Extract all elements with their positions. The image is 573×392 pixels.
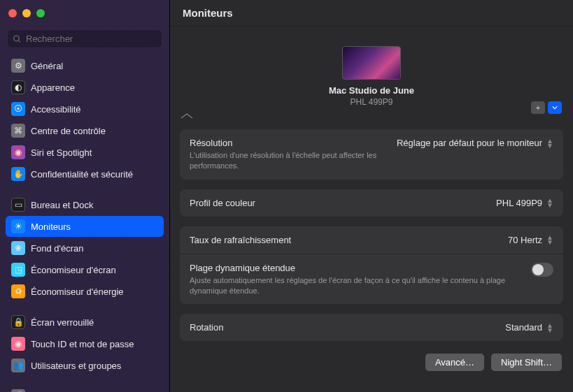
add-display-button[interactable]: + <box>531 101 545 114</box>
sidebar: ⚙Général◐Apparence⦿Accessibilité⌘Centre … <box>0 0 170 392</box>
sidebar-item-label: Centre de contrôle <box>31 126 106 136</box>
sidebar-item-label: Accessibilité <box>31 104 81 115</box>
display-name: Mac Studio de June <box>180 85 563 96</box>
sidebar-item-label: Utilisateurs et groupes <box>31 361 121 371</box>
sidebar-item-lock[interactable]: 🔒Écran verrouillé <box>6 312 164 333</box>
wallpaper-icon: ❀ <box>11 241 25 255</box>
resolution-row: Résolution L'utilisation d'une résolutio… <box>180 129 563 180</box>
users-icon: 👥 <box>11 358 25 372</box>
hdr-row: Plage dynamique étendue Ajuste automatiq… <box>180 254 563 305</box>
sidebar-item-siri[interactable]: ◉Siri et Spotlight <box>6 142 164 163</box>
display-model: PHL 499P9 <box>180 97 563 107</box>
sidebar-item-label: Touch ID et mot de passe <box>31 339 134 349</box>
sidebar-item-label: Siri et Spotlight <box>31 147 92 158</box>
passwords-icon: 🔑 <box>11 389 25 392</box>
sidebar-item-appearance[interactable]: ◐Apparence <box>6 77 164 98</box>
color-profile-label: Profil de couleur <box>190 198 255 208</box>
access-icon: ⦿ <box>11 102 25 116</box>
monitor-thumbnail[interactable] <box>342 46 401 80</box>
hdr-label: Plage dynamique étendue <box>190 263 520 273</box>
display-options-button[interactable] <box>548 101 562 114</box>
energy-icon: ♻ <box>11 284 25 298</box>
refresh-rate-label: Taux de rafraîchissement <box>190 235 291 245</box>
close-button[interactable] <box>8 9 17 17</box>
siri-icon: ◉ <box>11 145 25 159</box>
appearance-icon: ◐ <box>11 80 25 94</box>
sidebar-item-wallpaper[interactable]: ❀Fond d'écran <box>6 238 164 259</box>
window-controls <box>0 0 169 27</box>
chevron-updown-icon: ▲▼ <box>546 235 553 245</box>
sidebar-item-label: Fond d'écran <box>31 243 83 254</box>
sidebar-item-general[interactable]: ⚙Général <box>6 55 164 76</box>
displays-icon: ☀ <box>11 219 25 233</box>
sidebar-nav: ⚙Général◐Apparence⦿Accessibilité⌘Centre … <box>0 55 169 392</box>
sidebar-item-label: Bureau et Dock <box>31 200 94 210</box>
sidebar-item-saver[interactable]: ◳Économiseur d'écran <box>6 259 164 280</box>
night-shift-button[interactable]: Night Shift… <box>491 354 562 371</box>
chevron-updown-icon: ▲▼ <box>546 198 553 208</box>
sidebar-item-privacy[interactable]: ✋Confidentialité et sécurité <box>6 164 164 184</box>
control-icon: ⌘ <box>11 124 25 138</box>
sidebar-item-control[interactable]: ⌘Centre de contrôle <box>6 120 164 141</box>
sidebar-item-displays[interactable]: ☀Moniteurs <box>6 216 164 237</box>
touchid-icon: ◉ <box>11 337 25 351</box>
refresh-rate-select[interactable]: 70 Hertz ▲▼ <box>508 235 553 245</box>
sidebar-item-passwords[interactable]: 🔑Mots de passe <box>6 386 164 392</box>
display-preview: Mac Studio de June PHL 499P9 + <box>180 39 563 111</box>
sidebar-item-access[interactable]: ⦿Accessibilité <box>6 99 164 119</box>
main-content: Moniteurs Mac Studio de June PHL 499P9 + <box>170 0 573 392</box>
search-input[interactable] <box>7 29 162 48</box>
chevron-updown-icon: ▲▼ <box>546 138 553 148</box>
sidebar-item-label: Moniteurs <box>31 222 71 232</box>
refresh-rate-row: Taux de rafraîchissement 70 Hertz ▲▼ <box>180 226 563 254</box>
advanced-button[interactable]: Avancé… <box>425 354 484 371</box>
resolution-select[interactable]: Réglage par défaut pour le moniteur ▲▼ <box>397 138 553 148</box>
color-profile-select[interactable]: PHL 499P9 ▲▼ <box>496 198 553 208</box>
sidebar-item-energy[interactable]: ♻Économiseur d'énergie <box>6 281 164 302</box>
sidebar-item-desktop[interactable]: ▭Bureau et Dock <box>6 194 164 215</box>
rotation-row: Rotation Standard ▲▼ <box>180 314 563 341</box>
sidebar-item-label: Général <box>31 61 63 71</box>
rotation-label: Rotation <box>190 322 223 333</box>
sidebar-item-label: Économiseur d'énergie <box>31 286 124 297</box>
hdr-toggle[interactable] <box>531 263 553 277</box>
color-profile-row: Profil de couleur PHL 499P9 ▲▼ <box>180 189 563 217</box>
sidebar-item-label: Écran verrouillé <box>31 317 94 328</box>
chevron-updown-icon: ▲▼ <box>546 323 553 333</box>
lock-icon: 🔒 <box>11 315 25 329</box>
sidebar-item-label: Apparence <box>31 82 75 93</box>
hdr-hint: Ajuste automatiquement les réglages de l… <box>190 275 520 296</box>
privacy-icon: ✋ <box>11 167 25 181</box>
general-icon: ⚙ <box>11 59 25 73</box>
minimize-button[interactable] <box>22 9 31 17</box>
sidebar-item-label: Confidentialité et sécurité <box>31 169 133 180</box>
maximize-button[interactable] <box>36 9 45 17</box>
rotation-select[interactable]: Standard ▲▼ <box>505 322 553 333</box>
desktop-icon: ▭ <box>11 198 25 212</box>
sidebar-item-users[interactable]: 👥Utilisateurs et groupes <box>6 355 164 376</box>
sidebar-item-label: Économiseur d'écran <box>31 265 116 275</box>
sidebar-item-touchid[interactable]: ◉Touch ID et mot de passe <box>6 333 164 354</box>
resolution-label: Résolution <box>190 138 385 148</box>
arrange-indicator <box>180 112 563 119</box>
page-title: Moniteurs <box>183 7 233 19</box>
resolution-hint: L'utilisation d'une résolution à l'échel… <box>190 150 385 171</box>
saver-icon: ◳ <box>11 263 25 277</box>
